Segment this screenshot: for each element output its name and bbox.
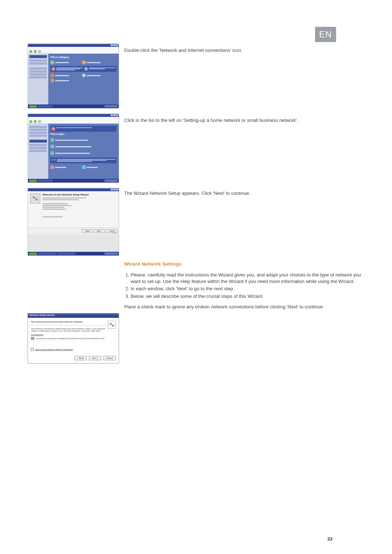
svg-line-2	[34, 198, 37, 199]
screenshot-wizard-welcome: Welcome to the Network Setup Wizard < Ba…	[28, 188, 119, 256]
dialog-bold-line: The wizard found disconnected network ha…	[31, 321, 116, 323]
dialog-title: Network Setup Wizard	[28, 313, 119, 318]
dialog-next-button[interactable]: Next >	[89, 356, 101, 360]
pick-task-heading: Pick a task...	[50, 133, 117, 135]
check-mark-paragraph: Place a check mark to ignore any broken …	[124, 304, 364, 310]
nic-icon	[31, 337, 34, 340]
step3-caption: The Wizard Network Setup appears. Click …	[124, 188, 364, 197]
connection-item: Local Area Connection Realtek RTL8139 Fa…	[31, 337, 116, 340]
icon-label-overlay: Icon	[112, 231, 117, 234]
svg-rect-4	[112, 325, 114, 327]
step1-caption: Double-click the 'Network and Internet c…	[124, 44, 364, 54]
dialog-back-button[interactable]: < Back	[74, 356, 87, 360]
language-badge: EN	[315, 27, 336, 42]
screenshot-network-tasks: Pick a task... or pi	[28, 114, 119, 183]
instruction-item-2: In each window, click 'Next' to go to th…	[131, 286, 364, 292]
svg-rect-0	[33, 197, 35, 198]
step2-caption: Click in the list to the left on 'Settin…	[124, 114, 364, 124]
screenshot-control-panel: Pick a category	[28, 44, 119, 108]
instruction-item-3: Below, we will describe some of the cruc…	[131, 293, 364, 300]
screenshot-disconnected-hardware: Network Setup Wizard The wizard found di…	[28, 313, 119, 364]
wizard-back-button[interactable]: < Back	[82, 229, 93, 233]
svg-rect-1	[36, 199, 38, 201]
checkbox-label: Ignore disconnected network hardware	[35, 348, 73, 350]
instruction-item-1: Please, carefully read the instructions …	[131, 272, 364, 284]
pick-category-heading: Pick a category	[50, 56, 117, 58]
network-wizard-icon	[30, 193, 40, 204]
wizard-next-button[interactable]: Next >	[94, 229, 105, 233]
svg-rect-3	[110, 323, 111, 324]
connections-label: Connections:	[31, 333, 116, 336]
wizard-settings-heading: Wizard Network Settings	[124, 261, 364, 267]
svg-line-5	[111, 324, 113, 325]
dialog-cancel-button[interactable]: Cancel	[103, 356, 116, 360]
wizard-welcome-title: Welcome to the Network Setup Wizard	[42, 193, 89, 196]
page-number: 33	[327, 536, 332, 542]
network-wizard-icon	[108, 321, 116, 329]
dialog-description: The network connections listed below are…	[31, 328, 116, 332]
ignore-disconnected-checkbox[interactable]	[31, 348, 34, 351]
or-pick-label: or pi	[52, 159, 56, 162]
